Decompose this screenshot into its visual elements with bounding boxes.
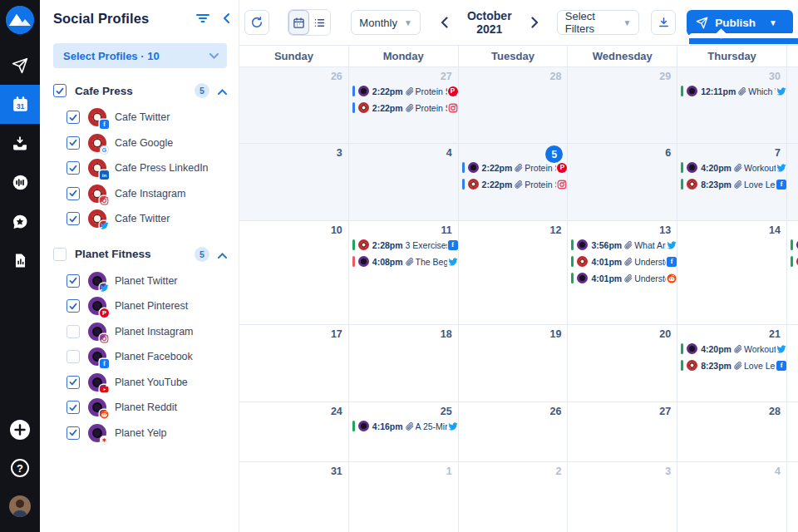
export-button[interactable] <box>651 10 676 35</box>
day-cell[interactable]: 3012:11pmWhich W <box>677 67 787 144</box>
rail-item-plus[interactable] <box>0 411 40 449</box>
rail-item-inbox-download[interactable] <box>0 124 40 163</box>
calendar-event[interactable]: 3:56pmWhat Are <box>571 239 677 251</box>
day-cell[interactable]: 6 <box>568 144 677 221</box>
day-cell[interactable] <box>787 402 798 462</box>
collapse-sidebar-icon[interactable] <box>222 12 230 24</box>
profile-row[interactable]: Planet Reddit <box>53 395 239 421</box>
publish-button[interactable]: Publish ▼ <box>687 10 793 36</box>
view-period-dropdown[interactable]: Monthly ▼ <box>351 10 420 35</box>
checkbox[interactable] <box>53 248 66 261</box>
profile-group-header[interactable]: Cafe Press5 <box>53 80 227 101</box>
calendar-event[interactable]: 2:28pm3 Exercisesf <box>352 239 458 251</box>
calendar-event[interactable]: 4:20pmWorkout <box>681 161 786 174</box>
rail-item-report-doc[interactable] <box>0 241 40 280</box>
checkbox[interactable] <box>66 136 80 150</box>
day-cell[interactable]: 28 <box>677 402 787 462</box>
day-cell[interactable]: 74:20pmWorkout8:23pmLove Lenf <box>677 144 787 221</box>
calendar-event[interactable]: 2:22pmProtein SP <box>352 85 458 97</box>
day-cell[interactable] <box>787 325 798 402</box>
profile-row[interactable]: PPlanet Pinterest <box>53 293 239 319</box>
day-cell[interactable]: 18 <box>349 325 459 402</box>
day-cell[interactable]: 26 <box>459 402 569 462</box>
calendar-event[interactable]: 2:22pmProtein SP <box>462 161 568 174</box>
rail-item-audio-monitor[interactable] <box>0 163 40 202</box>
day-cell[interactable]: 272:22pmProtein SP2:22pmProtein S <box>349 67 459 144</box>
rail-item-help[interactable]: ? <box>0 449 40 487</box>
checkbox[interactable] <box>66 426 80 440</box>
checkbox[interactable] <box>66 376 80 389</box>
next-month-button[interactable] <box>526 12 544 33</box>
checkbox[interactable] <box>66 299 80 313</box>
checkbox[interactable] <box>66 401 80 414</box>
calendar-event[interactable]: 4:01pmUnderstof <box>571 255 677 268</box>
day-cell[interactable] <box>787 67 798 144</box>
day-cell[interactable]: 254:16pmA 25-Min <box>349 402 459 462</box>
calendar-event[interactable]: 8:23pmLove Lenf <box>681 178 786 190</box>
day-cell[interactable]: 1 <box>349 462 459 532</box>
calendar-event[interactable]: 8:23pmLove Lenf <box>681 359 786 372</box>
profile-group-header[interactable]: Planet Fitness5 <box>53 244 227 265</box>
profile-row[interactable]: fPlanet Facebook <box>53 344 239 370</box>
refresh-button[interactable] <box>244 10 269 35</box>
day-cell[interactable]: 10 <box>239 221 349 325</box>
day-cell[interactable]: 112:28pm3 Exercisesf4:08pmThe Beg <box>349 221 459 325</box>
calendar-event[interactable]: 2:22pmProtein S <box>462 178 568 190</box>
chevron-up-icon[interactable] <box>218 83 227 98</box>
day-cell[interactable]: 4 <box>349 144 459 221</box>
rail-item-star-bubble[interactable] <box>0 202 40 241</box>
profile-row[interactable]: GCafe Google <box>53 131 239 156</box>
checkbox[interactable] <box>66 187 80 200</box>
day-cell[interactable]: 27 <box>568 402 677 462</box>
select-profiles-dropdown[interactable]: Select Profiles · 10 <box>53 43 227 68</box>
checkbox[interactable] <box>66 325 80 338</box>
day-cell[interactable] <box>787 144 798 221</box>
checkbox[interactable] <box>66 350 80 363</box>
day-cell[interactable]: 3 <box>568 462 677 532</box>
day-cell[interactable]: 14 <box>677 221 787 325</box>
checkbox[interactable] <box>66 212 80 225</box>
day-cell[interactable]: 4 <box>677 462 787 532</box>
profile-row[interactable]: Cafe Twitter <box>53 206 239 232</box>
prev-month-button[interactable] <box>436 12 453 33</box>
checkbox[interactable] <box>66 161 80 175</box>
day-cell[interactable]: 133:56pmWhat Are4:01pmUnderstof4:01pmUnd… <box>568 221 677 325</box>
day-cell[interactable]: 29 <box>568 67 677 144</box>
day-cell[interactable]: 3 <box>239 144 349 221</box>
profile-row[interactable]: inCafe Press LinkedIn <box>53 155 239 181</box>
brand-logo-icon[interactable] <box>6 6 34 34</box>
rail-item-calendar-31[interactable]: 31 <box>0 85 40 124</box>
profile-row[interactable]: Planet Instagram <box>53 319 239 345</box>
profile-row[interactable]: Planet Twitter <box>53 268 239 294</box>
day-cell[interactable] <box>787 462 798 532</box>
profile-row[interactable]: ✶Planet Yelp <box>53 421 239 446</box>
calendar-event[interactable]: 12:11pmWhich W <box>681 85 786 97</box>
day-cell[interactable]: 31 <box>239 462 349 532</box>
profile-row[interactable]: Planet YouTube <box>53 370 239 396</box>
calendar-view-button[interactable] <box>288 10 309 35</box>
day-cell[interactable]: 214:20pmWorkout8:23pmLove Lenf <box>677 325 787 402</box>
calendar-event[interactable] <box>791 255 798 268</box>
profile-row[interactable]: Cafe Instagram <box>53 181 239 207</box>
day-cell[interactable] <box>787 221 798 325</box>
calendar-event[interactable]: 4:16pmA 25-Min <box>352 420 458 432</box>
day-cell[interactable]: 12 <box>459 221 569 325</box>
calendar-event[interactable]: 4:01pmUndersto <box>571 272 677 284</box>
day-cell[interactable]: 17 <box>239 325 349 402</box>
day-cell[interactable]: 20 <box>568 325 677 402</box>
checkbox[interactable] <box>53 84 66 97</box>
list-view-button[interactable] <box>309 10 330 35</box>
checkbox[interactable] <box>66 274 80 288</box>
calendar-event[interactable] <box>791 239 798 251</box>
chevron-up-icon[interactable] <box>218 247 227 262</box>
profile-row[interactable]: fCafe Twitter <box>53 105 239 131</box>
calendar-event[interactable]: 4:20pmWorkout <box>681 342 786 355</box>
rail-item-user-avatar[interactable] <box>0 487 40 525</box>
rail-item-send[interactable] <box>0 46 40 85</box>
day-cell[interactable]: 26 <box>239 67 349 144</box>
day-cell[interactable]: 52:22pmProtein SP2:22pmProtein S <box>459 144 569 221</box>
checkbox[interactable] <box>66 111 80 124</box>
calendar-event[interactable]: 2:22pmProtein S <box>352 101 458 114</box>
day-cell[interactable]: 24 <box>239 402 349 462</box>
day-cell[interactable]: 2 <box>459 462 569 532</box>
